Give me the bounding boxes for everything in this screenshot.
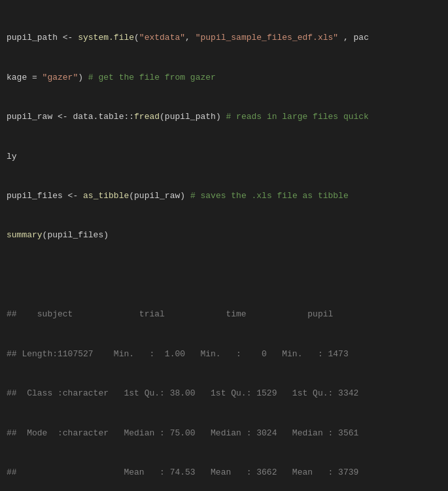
code-line-4: pupil_files <- as_tibble(pupil_raw) # sa… <box>7 190 441 203</box>
code-line-2: kage = "gazer") # get the file from gaze… <box>7 71 441 84</box>
code-line-5: summary(pupil_files) <box>7 229 441 242</box>
fn-system-file: system.file <box>78 33 134 42</box>
code-line-3: pupil_raw <- data.table::fread(pupil_pat… <box>7 110 441 124</box>
comment-fread: # reads in large files quick <box>226 112 368 122</box>
str-filename: "pupil_sample_files_edf.xls" <box>196 33 338 42</box>
str-extdata: "extdata" <box>139 33 185 42</box>
output-line-4: ## Mean : 74.53 Mean : 3662 Mean : 3739 <box>7 466 441 479</box>
code-text: pupil_path <- <box>7 33 78 42</box>
output-line-3: ## Mode :character Median : 75.00 Median… <box>7 427 441 440</box>
output-section: ## subject trial time pupil ## Length:11… <box>7 282 441 491</box>
comment-gazer: # get the file from gazer <box>88 73 216 82</box>
str-gazer: "gazer" <box>43 73 78 82</box>
fn-fread: fread <box>134 112 160 122</box>
output-line-header1: ## subject trial time pupil <box>7 308 441 321</box>
code-editor: pupil_path <- system.file("extdata", "pu… <box>7 5 441 491</box>
output-line-1: ## Length:1107527 Min. : 1.00 Min. : 0 M… <box>7 348 441 361</box>
output-line-2: ## Class :character 1st Qu.: 38.00 1st Q… <box>7 387 441 400</box>
fn-as-tibble: as_tibble <box>83 191 129 201</box>
fn-summary: summary <box>7 230 43 240</box>
code-line-1: pupil_path <- system.file("extdata", "pu… <box>7 31 441 44</box>
code-line-3b: ly <box>7 150 441 163</box>
comment-tibble: # saves the .xls file as tibble <box>190 191 349 201</box>
